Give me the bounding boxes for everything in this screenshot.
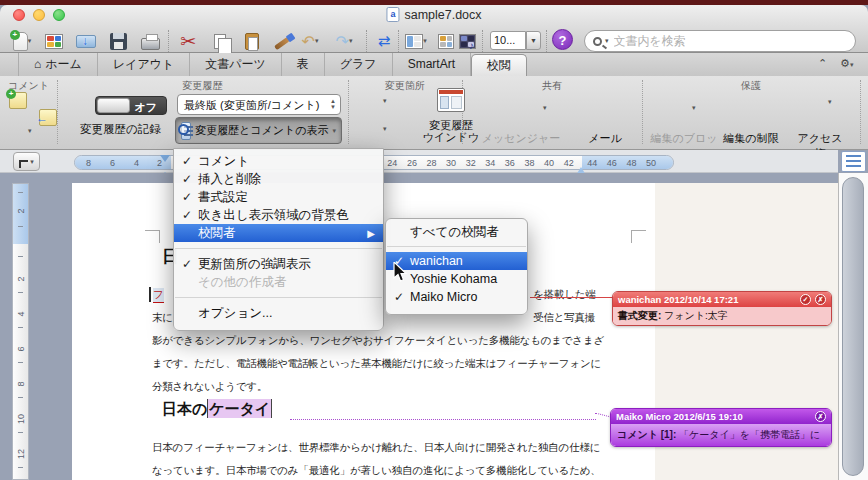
select-stepper-icon: ▲▼ — [330, 98, 336, 110]
menu-separator — [175, 248, 382, 249]
word-application-window: a sample7.docx +▾ ↓ ✂ ↶▾ ↷▾ ⇄ ▾ — [0, 0, 868, 480]
delete-comment-icon[interactable]: ✗ — [815, 411, 826, 422]
accept-change-icon[interactable]: ✓ — [800, 294, 811, 305]
toolbox-button[interactable] — [434, 29, 458, 53]
margin-corner-mark — [145, 230, 160, 243]
accept-change-dropdown-icon[interactable]: ▾ — [383, 97, 387, 105]
minimize-window-button[interactable] — [33, 9, 45, 21]
group-label-protect: 保護 — [642, 79, 860, 93]
tracked-change-balloon[interactable]: wanichan 2012/10/14 17:21 ✓ ✗ 書式変更: フォント… — [612, 291, 832, 326]
tracked-change-text: フ — [153, 288, 164, 303]
block-authors-dropdown-icon[interactable]: ▾ — [692, 104, 696, 112]
body-text-line: 影ができるシンプルフォンから、ワンセグやおサイフケータイといった多機能なものまで… — [152, 334, 604, 348]
body-text-line: 日本のフィーチャーフォンは、世界標準からかけ離れた、日本人向けに開発された独自の… — [152, 441, 600, 455]
menu-item-comments[interactable]: ✓コメント — [174, 152, 383, 170]
toolbar-separator — [366, 30, 367, 52]
collapse-ribbon-icon[interactable]: ⌃ — [818, 57, 827, 70]
previous-comment-button[interactable]: ← — [39, 109, 57, 126]
print-button[interactable] — [138, 29, 162, 53]
search-scope-dropdown-icon[interactable]: ▾ — [605, 37, 609, 45]
new-document-button[interactable]: +▾ — [10, 29, 34, 53]
margin-corner-mark — [631, 230, 646, 243]
tab-stop-selector[interactable]: ▾ — [13, 152, 40, 171]
tab-document-parts[interactable]: 文書パーツ — [190, 53, 282, 76]
tab-layout[interactable]: レイアウト — [98, 53, 190, 76]
display-for-review-select[interactable]: 最終版 (変更箇所/コメント) ▲▼ — [177, 94, 341, 115]
show-markup-dropdown-icon: ▾ — [332, 127, 336, 135]
submenu-item-all-reviewers[interactable]: すべての校閲者 — [386, 223, 527, 241]
undo-button[interactable]: ↶▾ — [298, 29, 322, 53]
search-field[interactable]: ▾ — [584, 30, 856, 52]
show-markup-menu: ✓コメント ✓挿入と削除 ✓書式設定 ✓吹き出し表示領域の背景色 校閲者 ▶ ✓… — [173, 148, 384, 331]
zoom-level-field[interactable]: 10... — [490, 31, 526, 50]
toolbar-separator — [168, 30, 169, 52]
vertical-scrollbar-thumb[interactable] — [842, 177, 864, 476]
tab-chart[interactable]: グラフ — [325, 53, 393, 76]
submenu-item-maiko-micro[interactable]: ✓Maiko Micro — [386, 288, 527, 306]
review-pane-button[interactable] — [437, 88, 465, 112]
tab-review[interactable]: 校閲 — [471, 54, 527, 76]
show-markup-button[interactable]: 変更履歴とコメントの表示 ▾ — [175, 117, 342, 144]
body-text-line: 受信と写真撮 — [533, 311, 595, 325]
close-window-button[interactable] — [13, 9, 25, 21]
messenger-label: メッセンジャー — [478, 131, 564, 146]
format-painter-button[interactable] — [270, 29, 294, 53]
zoom-dropdown-button[interactable]: ▼ — [526, 31, 541, 50]
sidebar-view-button[interactable]: ▾ — [404, 29, 428, 53]
menu-separator — [175, 297, 382, 298]
cut-icon[interactable]: ✂ — [176, 29, 200, 53]
menu-item-formatting[interactable]: ✓書式設定 — [174, 188, 383, 206]
body-text-line: まです。ただし、電話機能や電話帳といった基本機能だけに絞った端末はフィーチャーフ… — [152, 357, 601, 371]
balloon-author-timestamp: wanichan 2012/10/14 17:21 — [618, 294, 738, 305]
menu-separator — [387, 246, 526, 247]
search-input[interactable] — [612, 33, 847, 49]
mouse-cursor — [393, 262, 408, 284]
menu-item-options[interactable]: オプション... — [174, 304, 383, 322]
menu-item-insertions-deletions[interactable]: ✓挿入と削除 — [174, 170, 383, 188]
media-browser-button[interactable]: ♪ — [458, 29, 482, 53]
messenger-dropdown-icon[interactable]: ▾ — [543, 104, 547, 112]
reject-change-icon[interactable]: ✗ — [815, 294, 826, 305]
ruler-toggle-button[interactable] — [841, 151, 866, 172]
zoom-value: 10... — [494, 34, 515, 46]
open-button[interactable]: ↓ — [74, 29, 98, 53]
toolbar-separator — [482, 30, 483, 52]
first-line-indent-marker[interactable] — [160, 155, 170, 167]
menu-item-balloon-background[interactable]: ✓吹き出し表示領域の背景色 — [174, 206, 383, 224]
checkmark-icon: ✓ — [182, 172, 198, 186]
word-document-icon: a — [386, 7, 399, 22]
gallery-button[interactable] — [42, 29, 66, 53]
balloon-comment-label: コメント [1]: — [617, 429, 676, 440]
tab-stop-icon — [19, 160, 28, 168]
vertical-ruler[interactable]: 2 2 4 6 8 10 12 — [12, 183, 29, 480]
comment-connector-line — [290, 419, 596, 420]
review-pane-label: 変更履歴ウインドウ — [420, 119, 482, 143]
menu-item-highlight-updates[interactable]: ✓更新箇所の強調表示 — [174, 255, 383, 273]
tab-smartart[interactable]: SmartArt — [393, 53, 471, 76]
menu-item-reviewers[interactable]: 校閲者 ▶ — [174, 224, 383, 242]
track-changes-toggle[interactable]: オフ — [95, 96, 167, 115]
toggle-knob — [97, 98, 130, 113]
copy-button[interactable] — [208, 29, 232, 53]
restrict-editing-label: 編集の制限 — [722, 131, 780, 146]
title-group: a sample7.docx — [386, 7, 481, 22]
paste-button[interactable] — [240, 29, 264, 53]
show-markup-icon — [181, 122, 191, 140]
tab-table[interactable]: 表 — [282, 53, 325, 76]
reject-change-dropdown-icon[interactable]: ▾ — [383, 125, 387, 133]
redo-button[interactable]: ↷▾ — [332, 29, 356, 53]
help-button[interactable]: ? — [552, 29, 573, 50]
save-button[interactable] — [106, 29, 130, 53]
permissions-dropdown-icon[interactable]: ▾ — [828, 98, 832, 106]
track-changes-label: 変更履歴の記録 — [80, 122, 161, 137]
tab-home[interactable]: ⌂ホーム — [18, 53, 98, 76]
checkmark-icon: ✓ — [394, 290, 410, 304]
zoom-window-button[interactable] — [53, 9, 65, 21]
delete-comment-dropdown-icon[interactable]: ▾ — [28, 127, 32, 135]
new-comment-button[interactable]: + — [9, 92, 27, 109]
ribbon-settings-gear-icon[interactable]: ⚙▾ — [840, 57, 853, 70]
checkmark-icon: ✓ — [182, 154, 198, 168]
group-label-share: 共有 — [462, 79, 642, 93]
comment-balloon[interactable]: Maiko Micro 2012/6/15 19:10 ✗ コメント [1]: … — [610, 408, 832, 447]
formatting-marks-icon[interactable]: ⇄ — [372, 29, 396, 53]
